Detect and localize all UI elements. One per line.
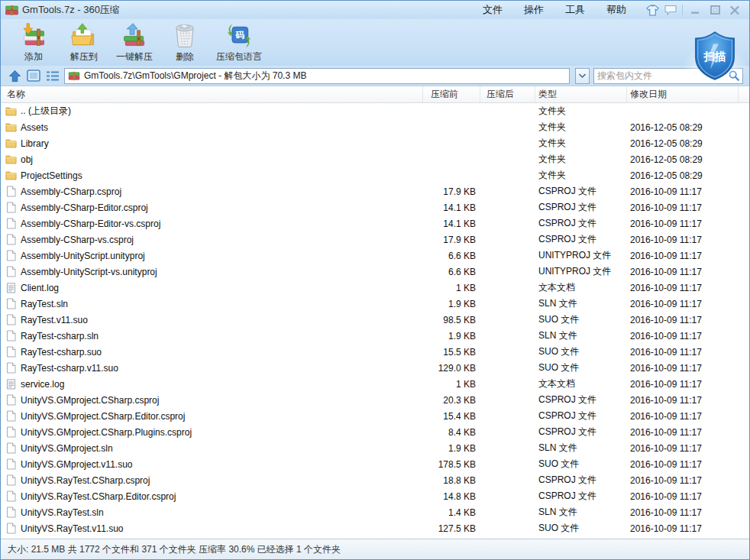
file-modified: 2016-10-09 11:17 — [627, 459, 749, 470]
menu-help[interactable]: 帮助 — [596, 2, 637, 18]
file-type: CSPROJ 文件 — [535, 409, 627, 422]
file-modified: 2016-10-09 11:17 — [627, 251, 749, 261]
tool-label: 添加 — [24, 50, 43, 63]
skin-shirt-icon[interactable] — [643, 3, 661, 17]
file-type: CSPROJ 文件 — [535, 474, 627, 487]
file-row[interactable]: Assembly-UnityScript-vs.unityproj 6.6 KB… — [1, 264, 749, 280]
file-row[interactable]: Assembly-UnityScript.unityproj 6.6 KB UN… — [1, 248, 749, 264]
file-row[interactable]: UnityVS.GMproject.v11.suo 178.5 KB SUO 文… — [1, 456, 749, 472]
archive-language-icon: 码 — [225, 22, 254, 50]
file-row[interactable]: Assembly-CSharp-Editor-vs.csproj 14.1 KB… — [1, 215, 749, 231]
file-name: UnityVS.RayTest.sln — [21, 507, 104, 518]
archive-language-button[interactable]: 码 压缩包语言 — [210, 21, 268, 65]
column-header-modified[interactable]: 修改日期 — [627, 86, 739, 102]
file-modified: 2016-10-09 11:17 — [627, 331, 749, 342]
file-row[interactable]: UnityVS.GMproject.CSharp.Editor.csproj 1… — [1, 408, 749, 424]
file-size-before: 1 KB — [423, 283, 480, 293]
file-row[interactable]: ProjectSettings 文件夹 2016-12-05 08:29 — [1, 167, 749, 183]
file-name: Library — [21, 138, 49, 149]
file-name: Assets — [21, 122, 48, 133]
column-header-type[interactable]: 类型 — [535, 86, 627, 102]
menu-file[interactable]: 文件 — [472, 2, 513, 18]
file-row[interactable]: UnityVS.RayTest.CSharp.csproj 18.8 KB CS… — [1, 472, 749, 488]
column-header-name[interactable]: 名称 — [1, 86, 423, 102]
file-name: RayTest-csharp.sln — [21, 331, 99, 342]
file-size-before: 6.6 KB — [423, 267, 480, 277]
add-button[interactable]: 添加 — [8, 21, 59, 65]
file-icon — [5, 314, 17, 325]
one-click-extract-button[interactable]: 一键解压 — [109, 21, 160, 65]
file-row[interactable]: UnityVS.RayTest.sln 1.4 KB SLN 文件 2016-1… — [1, 504, 749, 520]
file-modified: 2016-10-09 11:17 — [627, 379, 749, 390]
file-size-before: 17.9 KB — [423, 186, 480, 197]
path-input[interactable]: GmTools.7z\GmTools\GMproject - 解包大小为 70.… — [64, 68, 570, 84]
view-mode-icon[interactable] — [26, 69, 41, 83]
menu-operations[interactable]: 操作 — [513, 2, 554, 18]
file-name: obj — [21, 154, 33, 165]
folder-icon — [5, 105, 17, 117]
status-text: 大小: 21.5 MB 共 1772 个文件和 371 个文件夹 压缩率 30.… — [8, 543, 341, 556]
scan-button[interactable]: 扫描 — [691, 31, 739, 81]
file-name: UnityVS.GMproject.v11.suo — [21, 459, 133, 470]
file-row[interactable]: Client.log 1 KB 文本文档 2016-10-09 11:17 — [1, 280, 749, 296]
file-name: UnityVS.RayTest.v11.suo — [21, 523, 124, 534]
maximize-button[interactable] — [705, 3, 725, 17]
path-dropdown-button[interactable] — [575, 68, 590, 84]
file-row[interactable]: Assembly-CSharp.csproj 17.9 KB CSPROJ 文件… — [1, 183, 749, 199]
file-row[interactable]: Library 文件夹 2016-12-05 08:29 — [1, 135, 749, 151]
file-modified: 2016-10-09 11:17 — [627, 315, 749, 325]
close-button[interactable] — [725, 3, 745, 17]
file-size-before: 14.1 KB — [423, 218, 480, 229]
file-name: Assembly-CSharp-vs.csproj — [21, 235, 134, 245]
tool-label: 解压到 — [70, 50, 98, 63]
file-row[interactable]: .. (上级目录) 文件夹 — [1, 103, 749, 119]
file-name: Assembly-UnityScript-vs.unityproj — [21, 267, 157, 277]
file-type: SLN 文件 — [535, 329, 627, 342]
file-row[interactable]: UnityVS.GMproject.sln 1.9 KB SLN 文件 2016… — [1, 440, 749, 456]
delete-button[interactable]: 删除 — [160, 21, 210, 65]
minimize-button[interactable] — [685, 3, 705, 17]
file-row[interactable]: Assembly-CSharp-vs.csproj 17.9 KB CSPROJ… — [1, 231, 749, 248]
file-row[interactable]: Assets 文件夹 2016-12-05 08:29 — [1, 119, 749, 135]
folder-icon — [5, 154, 17, 165]
file-icon — [5, 202, 17, 213]
window-title: GmTools.7z - 360压缩 — [22, 3, 120, 17]
file-type: SUO 文件 — [535, 345, 627, 358]
file-name: RayTest-csharp.v11.suo — [21, 363, 118, 374]
log-file-icon — [5, 378, 17, 390]
file-row[interactable]: RayTest-csharp.v11.suo 129.0 KB SUO 文件 2… — [1, 360, 749, 376]
file-row[interactable]: UnityVS.GMproject.CSharp.csproj 20.3 KB … — [1, 392, 749, 408]
file-icon — [5, 330, 17, 342]
file-name: Assembly-CSharp-Editor-vs.csproj — [21, 218, 160, 229]
file-size-before: 127.5 KB — [423, 523, 480, 534]
file-row[interactable]: UnityVS.RayTest.CSharp.Editor.csproj 14.… — [1, 488, 749, 504]
file-row[interactable]: RayTest-csharp.sln 1.9 KB SLN 文件 2016-10… — [1, 328, 749, 344]
file-row[interactable]: service.log 1 KB 文本文档 2016-10-09 11:17 — [1, 376, 749, 392]
feedback-bubble-icon[interactable] — [661, 3, 680, 17]
file-type: 文件夹 — [535, 121, 627, 134]
column-header-size-after[interactable]: 压缩后 — [480, 86, 535, 102]
titlebar-separator — [682, 5, 683, 15]
file-row[interactable]: RayTest-csharp.suo 15.5 KB SUO 文件 2016-1… — [1, 344, 749, 360]
menu-tools[interactable]: 工具 — [554, 2, 596, 18]
file-type: CSPROJ 文件 — [535, 426, 627, 439]
delete-icon — [170, 22, 199, 50]
file-icon — [5, 362, 17, 374]
file-row[interactable]: obj 文件夹 2016-12-05 08:29 — [1, 151, 749, 167]
file-size-before: 14.8 KB — [423, 491, 480, 502]
file-row[interactable]: UnityVS.RayTest.v11.suo 127.5 KB SUO 文件 … — [1, 520, 749, 536]
extract-to-button[interactable]: 解压到 — [59, 21, 109, 65]
file-name: Assembly-UnityScript.unityproj — [21, 251, 145, 261]
up-level-icon[interactable] — [7, 69, 22, 83]
file-modified: 2016-10-09 11:17 — [627, 427, 749, 438]
file-row[interactable]: Assembly-CSharp-Editor.csproj 14.1 KB CS… — [1, 199, 749, 215]
column-header-size-before[interactable]: 压缩前 — [423, 86, 480, 102]
file-icon — [5, 394, 17, 406]
file-size-before: 17.9 KB — [423, 235, 480, 245]
file-name: UnityVS.GMproject.CSharp.Plugins.csproj — [21, 427, 192, 438]
file-row[interactable]: UnityVS.GMproject.CSharp.Plugins.csproj … — [1, 424, 749, 440]
file-row[interactable]: RayTest.sln 1.9 KB SLN 文件 2016-10-09 11:… — [1, 296, 749, 312]
tool-label: 删除 — [176, 50, 194, 63]
list-view-icon[interactable] — [45, 69, 60, 83]
file-row[interactable]: RayTest.v11.suo 98.5 KB SUO 文件 2016-10-0… — [1, 312, 749, 328]
